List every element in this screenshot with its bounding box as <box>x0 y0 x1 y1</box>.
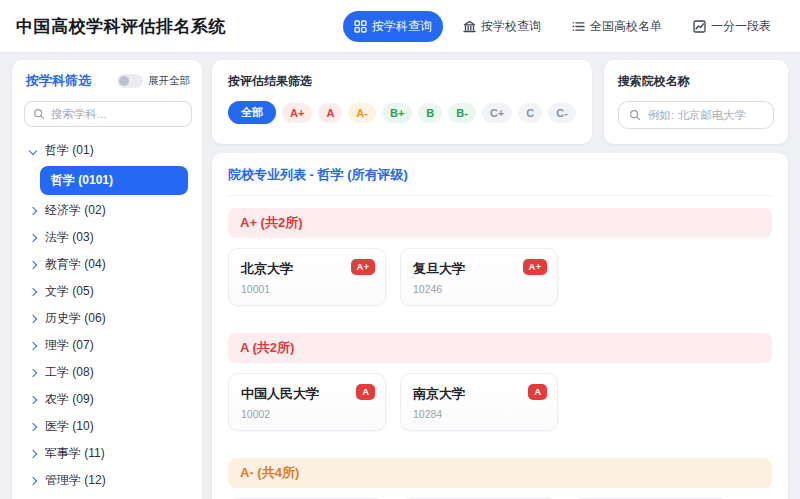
chevron-right-icon <box>29 476 37 484</box>
tree-item[interactable]: 哲学 (0101) <box>40 166 188 195</box>
tree-item[interactable]: 军事学 (11) <box>24 440 192 467</box>
search-icon <box>33 108 45 120</box>
discipline-search-box[interactable] <box>24 101 192 127</box>
tree-item[interactable]: 历史学 (06) <box>24 305 192 332</box>
list-title: 院校专业列表 - 哲学 (所有评级) <box>228 166 772 196</box>
grade-section-header: A+ (共2所) <box>228 208 772 238</box>
tree-item-label: 哲学 (0101) <box>51 172 113 189</box>
tree-item-label: 军事学 (11) <box>45 445 105 462</box>
top-bar: 中国高校学科评估排名系统 按学科查询 按学校查询 全国高校名单 一分一段表 <box>0 0 800 52</box>
tree-item-label: 历史学 (06) <box>45 310 106 327</box>
nav-tab[interactable]: 按学科查询 <box>343 11 443 42</box>
chevron-right-icon <box>29 422 37 430</box>
rating-chip[interactable]: 全部 <box>228 101 276 124</box>
tree-item-label: 经济学 (02) <box>45 202 106 219</box>
school-code: 10246 <box>413 283 545 295</box>
school-search-title: 搜索院校名称 <box>618 73 774 90</box>
chevron-right-icon <box>29 206 37 214</box>
rating-chip[interactable]: B- <box>448 103 476 123</box>
bank-icon <box>463 20 476 33</box>
tree-item-label: 文学 (05) <box>45 283 94 300</box>
search-icon <box>629 109 641 121</box>
tree-item[interactable]: 艺术学 (13) <box>24 494 192 499</box>
chevron-right-icon <box>29 287 37 295</box>
school-code: 10001 <box>241 283 373 295</box>
tree-item[interactable]: 文学 (05) <box>24 278 192 305</box>
chevron-right-icon <box>29 368 37 376</box>
tree-item[interactable]: 法学 (03) <box>24 224 192 251</box>
rating-chip[interactable]: C- <box>548 103 576 123</box>
tree-item-label: 管理学 (12) <box>45 472 106 489</box>
tree-item[interactable]: 教育学 (04) <box>24 251 192 278</box>
tree-item[interactable]: 经济学 (02) <box>24 197 192 224</box>
rating-chip[interactable]: C+ <box>482 103 512 123</box>
discipline-sidebar: 按学科筛选 展开全部 哲学 (01) 哲学 (0101) 经济学 (02) 法学… <box>12 60 202 499</box>
discipline-search-input[interactable] <box>51 108 183 120</box>
grade-badge: A+ <box>523 259 547 275</box>
nav-tab[interactable]: 一分一段表 <box>682 11 782 42</box>
tree-item[interactable]: 理学 (07) <box>24 332 192 359</box>
grade-section: A+ (共2所) 北京大学 10001 A+ 复旦大学 10246 A+ <box>228 208 772 306</box>
tree-item[interactable]: 管理学 (12) <box>24 467 192 494</box>
nav-tab-label: 一分一段表 <box>711 18 771 35</box>
grade-badge: A <box>528 384 547 400</box>
school-search-input[interactable] <box>648 109 763 121</box>
chevron-right-icon <box>29 233 37 241</box>
grade-badge: A+ <box>351 259 375 275</box>
expand-all-label: 展开全部 <box>148 74 190 88</box>
nav-tab-label: 按学校查询 <box>481 18 541 35</box>
rating-chip[interactable]: C <box>518 103 542 123</box>
school-code: 10002 <box>241 408 373 420</box>
school-search-box[interactable] <box>618 101 774 129</box>
grid-icon <box>354 20 367 33</box>
chevron-right-icon <box>29 449 37 457</box>
expand-all-control[interactable]: 展开全部 <box>117 74 190 88</box>
tree-item-label: 哲学 (01) <box>45 142 94 159</box>
chevron-right-icon <box>29 395 37 403</box>
nav-tab[interactable]: 按学校查询 <box>452 11 552 42</box>
tree-item-label: 农学 (09) <box>45 391 94 408</box>
main-column: 按评估结果筛选 全部 A+ A A- B+ B B- C+ C C- 搜索院校名… <box>212 60 788 499</box>
tree-item[interactable]: 工学 (08) <box>24 359 192 386</box>
tree-item[interactable]: 农学 (09) <box>24 386 192 413</box>
chevron-right-icon <box>29 260 37 268</box>
content-area: 按学科筛选 展开全部 哲学 (01) 哲学 (0101) 经济学 (02) 法学… <box>0 52 800 499</box>
school-name: 南京大学 <box>413 385 545 403</box>
nav-tab-label: 全国高校名单 <box>590 18 662 35</box>
grade-section-header: A (共2所) <box>228 333 772 363</box>
main-nav: 按学科查询 按学校查询 全国高校名单 一分一段表 <box>343 11 782 42</box>
school-card[interactable]: 复旦大学 10246 A+ <box>400 248 558 306</box>
grade-section-header: A- (共4所) <box>228 458 772 488</box>
chevron-right-icon <box>29 314 37 322</box>
chevron-right-icon <box>29 341 37 349</box>
school-card[interactable]: 北京大学 10001 A+ <box>228 248 386 306</box>
school-cards: 中国人民大学 10002 A 南京大学 10284 A <box>228 373 772 431</box>
rating-chip[interactable]: A- <box>348 103 376 123</box>
tree-item[interactable]: 哲学 (01) <box>24 137 192 164</box>
expand-all-toggle[interactable] <box>117 74 143 88</box>
nav-tab[interactable]: 全国高校名单 <box>561 11 673 42</box>
school-card[interactable]: 南京大学 10284 A <box>400 373 558 431</box>
rating-filter-title: 按评估结果筛选 <box>228 73 576 90</box>
rating-chip[interactable]: A <box>318 103 342 123</box>
rating-chip[interactable]: B <box>418 103 442 123</box>
sidebar-header: 按学科筛选 展开全部 <box>24 72 192 90</box>
nav-tab-label: 按学科查询 <box>372 18 432 35</box>
school-cards: 北京大学 10001 A+ 复旦大学 10246 A+ <box>228 248 772 306</box>
tree-item-label: 理学 (07) <box>45 337 94 354</box>
chevron-down-icon <box>29 146 37 154</box>
tree-item-label: 教育学 (04) <box>45 256 106 273</box>
tree-item-label: 医学 (10) <box>45 418 94 435</box>
tree-item[interactable]: 医学 (10) <box>24 413 192 440</box>
rating-chips: 全部 A+ A A- B+ B B- C+ C C- <box>228 101 576 124</box>
grade-sections: A+ (共2所) 北京大学 10001 A+ 复旦大学 10246 A+ A (… <box>228 208 772 499</box>
grade-section: A- (共4所) 北京师范大学 A- 吉林大学 A- 武汉大学 A- <box>228 458 772 499</box>
top-row: 按评估结果筛选 全部 A+ A A- B+ B B- C+ C C- 搜索院校名… <box>212 60 788 144</box>
school-list-panel: 院校专业列表 - 哲学 (所有评级) A+ (共2所) 北京大学 10001 A… <box>212 153 788 499</box>
rating-chip[interactable]: B+ <box>382 103 412 123</box>
school-card[interactable]: 中国人民大学 10002 A <box>228 373 386 431</box>
sidebar-title: 按学科筛选 <box>26 72 91 90</box>
school-search-panel: 搜索院校名称 <box>604 60 788 144</box>
rating-chip[interactable]: A+ <box>282 103 312 123</box>
discipline-tree: 哲学 (01) 哲学 (0101) 经济学 (02) 法学 (03) 教育学 (… <box>24 137 192 499</box>
